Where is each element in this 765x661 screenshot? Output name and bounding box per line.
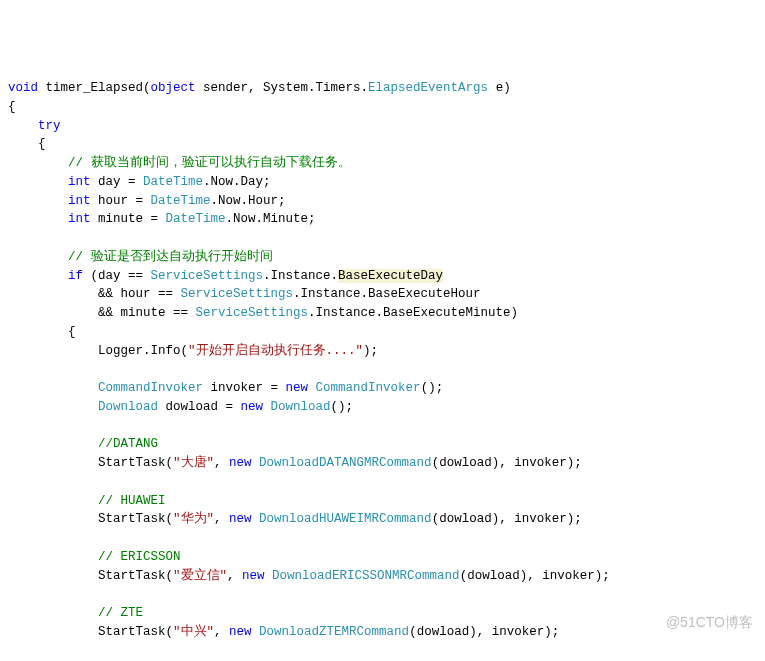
kw-int: int	[68, 194, 91, 208]
args-tail: (dowload), invoker);	[432, 456, 582, 470]
comma: ,	[214, 456, 229, 470]
type-huawei-cmd: DownloadHUAWEIMRCommand	[259, 512, 432, 526]
comment-ericsson: // ERICSSON	[98, 550, 181, 564]
args-tail: (dowload), invoker);	[460, 569, 610, 583]
type-datetime: DateTime	[151, 194, 211, 208]
comment-verify: // 验证是否到达自动执行开始时间	[68, 250, 273, 264]
str-huawei: "华为"	[173, 512, 214, 526]
param-e: e)	[488, 81, 511, 95]
ctor-download: Download	[271, 400, 331, 414]
kw-int: int	[68, 175, 91, 189]
args-tail: (dowload), invoker);	[432, 512, 582, 526]
type-download: Download	[98, 400, 158, 414]
kw-new: new	[286, 381, 309, 395]
type-datang-cmd: DownloadDATANGMRCommand	[259, 456, 432, 470]
call-close: );	[363, 344, 378, 358]
param-sender: sender, System.Timers.	[196, 81, 369, 95]
ctor-end: ();	[421, 381, 444, 395]
starttask: StartTask(	[98, 625, 173, 639]
type-svc: ServiceSettings	[181, 287, 294, 301]
type-svc: ServiceSettings	[196, 306, 309, 320]
base-min: .Instance.BaseExecuteMinute)	[308, 306, 518, 320]
type-svc: ServiceSettings	[151, 269, 264, 283]
starttask: StartTask(	[98, 456, 173, 470]
comma: ,	[214, 512, 229, 526]
type-datetime: DateTime	[143, 175, 203, 189]
str-start: "开始开启自动执行任务...."	[188, 344, 363, 358]
decl-invoker: invoker =	[203, 381, 286, 395]
str-datang: "大唐"	[173, 456, 214, 470]
type-cmdinvoker: CommandInvoker	[98, 381, 203, 395]
comma: ,	[227, 569, 242, 583]
str-zte: "中兴"	[173, 625, 214, 639]
brace: {	[68, 325, 76, 339]
now-min: .Now.Minute;	[226, 212, 316, 226]
kw-try: try	[38, 119, 61, 133]
kw-new: new	[242, 569, 265, 583]
starttask: StartTask(	[98, 512, 173, 526]
comment-huawei: // HUAWEI	[98, 494, 166, 508]
ctor-end: ();	[331, 400, 354, 414]
now-hour: .Now.Hour;	[211, 194, 286, 208]
decl-download: dowload =	[158, 400, 241, 414]
method-name: timer_Elapsed(	[38, 81, 151, 95]
args-tail: (dowload), invoker);	[409, 625, 559, 639]
type-zte-cmd: DownloadZTEMRCommand	[259, 625, 409, 639]
comment-zte: // ZTE	[98, 606, 143, 620]
brace: {	[38, 137, 46, 151]
decl-min: minute =	[91, 212, 166, 226]
type-datetime: DateTime	[166, 212, 226, 226]
and-hour: && hour ==	[98, 287, 181, 301]
comment-datang: //DATANG	[98, 437, 158, 451]
brace: {	[8, 100, 16, 114]
kw-int: int	[68, 212, 91, 226]
str-ericsson: "爱立信"	[173, 569, 227, 583]
highlight-baseexecuteday: BaseExecuteDay	[338, 269, 443, 283]
type-args: ElapsedEventArgs	[368, 81, 488, 95]
decl-hour: hour =	[91, 194, 151, 208]
kw-object: object	[151, 81, 196, 95]
kw-new: new	[241, 400, 264, 414]
and-min: && minute ==	[98, 306, 196, 320]
inst: .Instance.	[263, 269, 338, 283]
type-ericsson-cmd: DownloadERICSSONMRCommand	[272, 569, 460, 583]
code-block: void timer_Elapsed(object sender, System…	[8, 79, 757, 661]
comma: ,	[214, 625, 229, 639]
kw-if: if	[68, 269, 83, 283]
if-cond: (day ==	[83, 269, 151, 283]
kw-void: void	[8, 81, 38, 95]
now-day: .Now.Day;	[203, 175, 271, 189]
kw-new: new	[229, 625, 252, 639]
decl-day: day =	[91, 175, 144, 189]
kw-new: new	[229, 512, 252, 526]
starttask: StartTask(	[98, 569, 173, 583]
logger-call: Logger.Info(	[98, 344, 188, 358]
base-hour: .Instance.BaseExecuteHour	[293, 287, 481, 301]
ctor-cmdinvoker: CommandInvoker	[316, 381, 421, 395]
comment-getnow: // 获取当前时间，验证可以执行自动下载任务。	[68, 156, 351, 170]
kw-new: new	[229, 456, 252, 470]
